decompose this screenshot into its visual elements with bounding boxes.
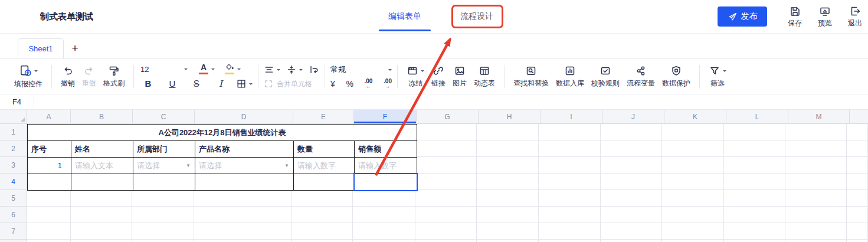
grid-cell[interactable] [477, 140, 539, 157]
table-empty-cell[interactable] [354, 174, 417, 191]
row-header-2[interactable]: 2 [0, 140, 27, 157]
tab-edit-form[interactable]: 编辑表单 [388, 0, 421, 33]
row-header-4[interactable]: 4 [0, 174, 27, 190]
grid-cell[interactable] [194, 190, 292, 207]
undo-button[interactable]: 撤销 [57, 65, 78, 89]
column-header-F[interactable]: F [354, 110, 417, 124]
grid-cell[interactable] [847, 174, 868, 190]
grid-cell[interactable] [601, 174, 663, 190]
font-size-select[interactable]: 12 [139, 65, 189, 74]
grid-cell[interactable] [601, 190, 663, 207]
column-header-G[interactable]: G [417, 110, 479, 124]
percent-button[interactable]: % [346, 79, 353, 89]
underline-button[interactable]: U [163, 79, 181, 89]
grid-cell[interactable] [847, 124, 868, 140]
column-header-A[interactable]: A [27, 110, 71, 124]
grid-cell[interactable] [353, 190, 415, 207]
table-header-cell[interactable]: 所属部门 [133, 140, 195, 158]
grid-cell[interactable] [724, 207, 786, 223]
grid-cell[interactable] [724, 240, 786, 242]
grid-cell[interactable] [847, 223, 868, 240]
table-title-cell[interactable]: A公司2022年12月8日销售业绩统计表 [27, 124, 417, 141]
grid-cell[interactable] [194, 240, 292, 242]
entry-input-cell[interactable]: 请选择▼ [195, 157, 294, 174]
grid-cell[interactable] [292, 207, 353, 223]
save-button[interactable]: 保存 [783, 3, 807, 30]
data-import-button[interactable]: 数据入库 [552, 65, 588, 89]
grid-cell[interactable] [477, 190, 539, 207]
grid-cell[interactable] [292, 240, 353, 242]
row-header-partial[interactable] [0, 240, 27, 242]
grid-cell[interactable] [724, 157, 786, 174]
formula-input[interactable] [34, 94, 868, 109]
grid-cell[interactable] [539, 223, 601, 240]
grid-cell[interactable] [847, 140, 868, 157]
redo-button[interactable]: 重做 [78, 65, 100, 89]
table-header-cell[interactable]: 销售额 [354, 140, 417, 158]
grid-cell[interactable] [724, 223, 786, 240]
grid-cell[interactable] [71, 207, 133, 223]
grid-cell[interactable] [601, 140, 663, 157]
entry-index-cell[interactable]: 1 [27, 157, 71, 174]
grid-cell[interactable] [27, 190, 71, 207]
grid-cell[interactable] [662, 124, 724, 140]
column-header-L[interactable]: L [726, 110, 788, 124]
increase-decimal-button[interactable]: .00 → [384, 79, 392, 89]
select-all-corner[interactable] [0, 110, 27, 124]
grid-cell[interactable] [477, 157, 539, 174]
grid-cell[interactable] [539, 124, 601, 140]
grid-cell[interactable] [539, 190, 601, 207]
grid-cell[interactable] [601, 157, 663, 174]
grid-cell[interactable] [785, 124, 847, 140]
table-header-cell[interactable]: 姓名 [71, 140, 133, 158]
grid-cell[interactable] [785, 174, 847, 190]
grid-cell[interactable] [477, 174, 539, 190]
grid-cell[interactable] [415, 207, 477, 223]
entry-input-cell[interactable]: 请输入数字 [354, 157, 417, 174]
horizontal-align-button[interactable] [264, 64, 280, 75]
grid-cell[interactable] [194, 223, 292, 240]
sheet-tab-sheet1[interactable]: Sheet1 [18, 38, 64, 58]
grid-cell[interactable] [662, 223, 724, 240]
format-painter-button[interactable]: 格式刷 [100, 65, 128, 89]
borders-button[interactable] [236, 79, 253, 89]
data-protection-button[interactable]: 数据保护 [659, 65, 694, 89]
column-header-M[interactable]: M [788, 110, 850, 124]
font-color-button[interactable]: A [197, 64, 210, 74]
grid-cell[interactable] [847, 157, 868, 174]
chevron-down-icon[interactable] [237, 68, 241, 72]
grid-cell[interactable] [847, 240, 868, 242]
wrap-text-button[interactable] [309, 64, 319, 75]
grid-cell[interactable] [662, 174, 724, 190]
vertical-align-button[interactable] [286, 64, 303, 75]
grid-cell[interactable] [132, 223, 194, 240]
column-header-D[interactable]: D [195, 110, 293, 124]
grid-cell[interactable] [415, 190, 477, 207]
table-empty-cell[interactable] [195, 174, 294, 191]
grid-cell[interactable] [132, 240, 194, 242]
grid-cell[interactable] [415, 140, 477, 157]
exit-button[interactable]: 退出 [843, 3, 867, 30]
grid-cell[interactable] [353, 207, 415, 223]
table-header-cell[interactable]: 产品名称 [195, 140, 294, 158]
merge-cells-button[interactable]: 合并单元格 [264, 79, 312, 89]
grid-cell[interactable] [353, 223, 415, 240]
grid-cell[interactable] [27, 223, 71, 240]
row-header-3[interactable]: 3 [0, 157, 27, 174]
grid-cell[interactable] [662, 207, 724, 223]
grid-cell[interactable] [477, 124, 539, 140]
row-header-1[interactable]: 1 [0, 124, 27, 140]
grid-cell[interactable] [662, 240, 724, 242]
grid-cell[interactable] [415, 223, 477, 240]
grid-cell[interactable] [847, 190, 868, 207]
grid-cell[interactable] [847, 207, 868, 223]
grid-cell[interactable] [785, 190, 847, 207]
grid-cell[interactable] [539, 174, 601, 190]
grid-cell[interactable] [415, 124, 477, 140]
find-replace-button[interactable]: 查找和替换 [510, 65, 552, 89]
grid-cell[interactable] [662, 140, 724, 157]
dropdown-arrow-icon[interactable]: ▼ [186, 158, 191, 174]
image-button[interactable]: 图片 [449, 65, 470, 89]
grid-cell[interactable] [601, 207, 663, 223]
grid-cell[interactable] [785, 207, 847, 223]
